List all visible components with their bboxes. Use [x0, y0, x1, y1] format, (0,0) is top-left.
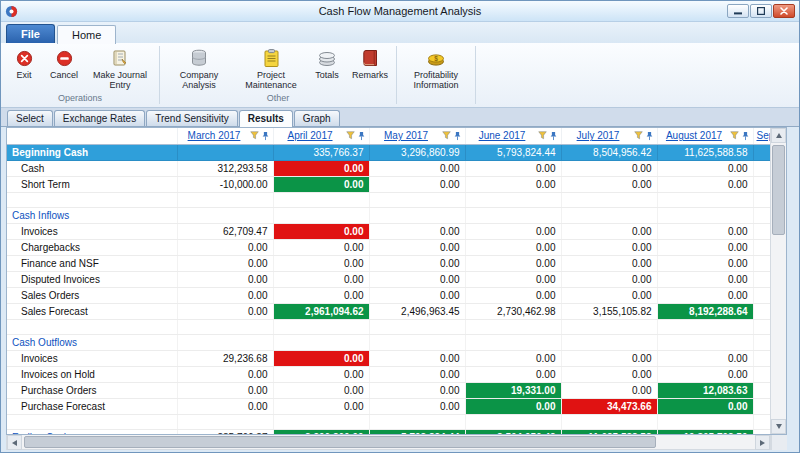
grid-cell[interactable] [369, 319, 465, 334]
grid-cell[interactable] [753, 287, 770, 303]
ribbon-button-exit[interactable]: Exit [4, 44, 44, 93]
grid-cell[interactable] [465, 192, 561, 207]
grid-cell[interactable]: 0.00 [369, 271, 465, 287]
grid-cell[interactable]: 0.00 [273, 398, 369, 414]
grid-cell[interactable]: 0.00 [465, 350, 561, 366]
grid-cell[interactable]: 0.00 [657, 239, 753, 255]
grid-cell[interactable]: 0.00 [561, 160, 657, 176]
grid-cell[interactable] [657, 414, 753, 429]
filter-icon[interactable] [730, 131, 739, 140]
grid-cell[interactable] [561, 207, 657, 223]
ribbon-button-company-analysis[interactable]: Company Analysis [163, 44, 235, 93]
file-menu-button[interactable]: File [6, 24, 55, 43]
grid-cell[interactable]: 0.00 [177, 303, 273, 319]
ribbon-button-project-maintenance[interactable]: Project Maintenance [235, 44, 307, 93]
grid-cell[interactable]: 0.00 [465, 398, 561, 414]
grid-cell[interactable]: 0.00 [369, 287, 465, 303]
grid-cell[interactable] [273, 207, 369, 223]
grid-cell[interactable]: 0.00 [369, 398, 465, 414]
grid-cell[interactable]: 19,331.00 [465, 382, 561, 398]
pin-icon[interactable] [645, 131, 654, 141]
grid-cell[interactable]: 0.00 [273, 176, 369, 192]
grid-cell[interactable] [753, 350, 770, 366]
grid-cell[interactable] [273, 334, 369, 350]
scroll-up-button[interactable] [771, 128, 786, 143]
grid-cell[interactable]: 0.00 [177, 239, 273, 255]
grid-cell[interactable]: 335,766.37 [273, 144, 369, 160]
grid-cell[interactable]: 335,766.37 [177, 429, 273, 434]
grid-cell[interactable] [753, 319, 770, 334]
grid-cell[interactable]: 0.00 [561, 255, 657, 271]
grid-cell[interactable]: 0.00 [465, 366, 561, 382]
grid-cell[interactable]: 0.00 [273, 350, 369, 366]
grid-cell[interactable]: 0.00 [465, 255, 561, 271]
grid-cell[interactable] [753, 429, 770, 434]
maximize-button[interactable] [750, 4, 772, 18]
grid-cell[interactable]: 0.00 [369, 382, 465, 398]
grid-cell[interactable]: 0.00 [657, 255, 753, 271]
scroll-left-button[interactable] [7, 435, 22, 450]
pin-icon[interactable] [741, 131, 750, 141]
grid-cell[interactable]: 19,805,793.59 [657, 429, 753, 434]
vertical-scroll-thumb[interactable] [772, 145, 785, 235]
tab-exchange-rates[interactable]: Exchange Rates [54, 110, 145, 126]
grid-cell[interactable]: 3,296,860.99 [369, 144, 465, 160]
grid-cell[interactable]: 0.00 [657, 160, 753, 176]
grid-cell[interactable]: 0.00 [273, 271, 369, 287]
grid-cell[interactable] [753, 414, 770, 429]
grid-cell[interactable]: 0.00 [465, 239, 561, 255]
vertical-scrollbar[interactable] [770, 128, 786, 434]
column-header-june-2017[interactable]: June 2017 [465, 128, 561, 144]
pin-icon[interactable] [357, 131, 366, 141]
grid-cell[interactable]: 8,192,288.64 [657, 303, 753, 319]
grid-cell[interactable]: 0.00 [657, 366, 753, 382]
grid-cell[interactable]: 0.00 [273, 382, 369, 398]
grid-cell[interactable] [561, 192, 657, 207]
tab-trend-sensitivity[interactable]: Trend Sensitivity [146, 110, 238, 126]
grid-cell[interactable] [657, 334, 753, 350]
grid-cell[interactable]: 2,496,963.45 [369, 303, 465, 319]
horizontal-scrollbar[interactable] [6, 435, 771, 450]
grid-cell[interactable]: 2,961,094.62 [273, 303, 369, 319]
grid-cell[interactable]: -10,000.00 [177, 176, 273, 192]
grid-cell[interactable]: 0.00 [465, 160, 561, 176]
grid-cell[interactable] [753, 192, 770, 207]
grid-cell[interactable] [369, 414, 465, 429]
grid-cell[interactable] [753, 303, 770, 319]
grid-cell[interactable]: 0.00 [273, 366, 369, 382]
ribbon-button-cancel[interactable]: Cancel [44, 44, 84, 93]
grid-cell[interactable]: 0.00 [369, 176, 465, 192]
pin-icon[interactable] [261, 131, 270, 141]
grid-cell[interactable]: 29,236.68 [177, 350, 273, 366]
column-header-march-2017[interactable]: March 2017 [177, 128, 273, 144]
grid-cell[interactable]: 12,083.63 [657, 382, 753, 398]
grid-cell[interactable] [273, 414, 369, 429]
grid-cell[interactable] [561, 414, 657, 429]
grid-cell[interactable] [369, 207, 465, 223]
grid-cell[interactable]: 0.00 [561, 382, 657, 398]
tab-home[interactable]: Home [57, 25, 116, 44]
grid-cell[interactable] [753, 223, 770, 239]
grid-cell[interactable]: 0.00 [657, 271, 753, 287]
pin-icon[interactable] [549, 131, 558, 141]
filter-icon[interactable] [538, 131, 547, 140]
grid-cell[interactable]: 0.00 [273, 223, 369, 239]
grid-cell[interactable]: 0.00 [369, 160, 465, 176]
grid-cell[interactable]: 0.00 [561, 239, 657, 255]
grid-cell[interactable]: 0.00 [465, 287, 561, 303]
close-button[interactable] [773, 4, 795, 18]
grid-cell[interactable]: 0.00 [561, 366, 657, 382]
title-bar[interactable]: Cash Flow Management Analysis [1, 1, 799, 22]
filter-icon[interactable] [250, 131, 259, 140]
grid-cell[interactable] [753, 398, 770, 414]
grid-cell[interactable] [753, 255, 770, 271]
ribbon-button-remarks[interactable]: Remarks [347, 44, 393, 93]
minimize-button[interactable] [727, 4, 749, 18]
column-header-september-2017[interactable]: September 2017 [753, 128, 770, 144]
grid-cell[interactable] [273, 192, 369, 207]
grid-cell[interactable]: 0.00 [177, 398, 273, 414]
tab-graph[interactable]: Graph [294, 110, 340, 126]
grid-cell[interactable] [369, 192, 465, 207]
grid-cell[interactable]: 0.00 [369, 223, 465, 239]
grid-cell[interactable]: 2,730,462.98 [465, 303, 561, 319]
